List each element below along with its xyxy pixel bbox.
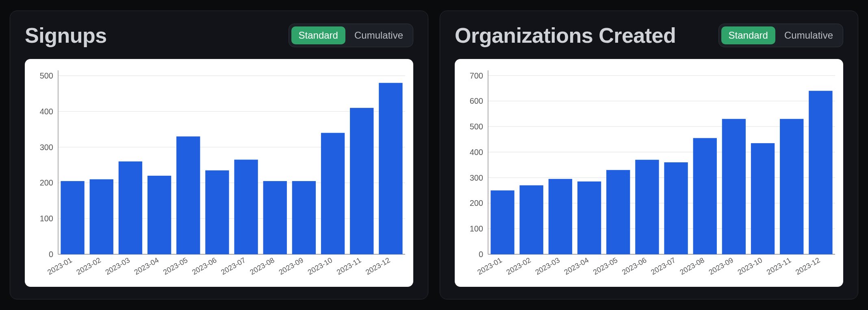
y-tick-label: 300 [40, 143, 53, 152]
bar [61, 181, 84, 254]
chart-svg: 01002003004005006007002023-012023-022023… [455, 59, 843, 287]
x-tick-label: 2023-10 [736, 256, 764, 276]
x-tick-label: 2023-07 [219, 256, 247, 276]
bar [722, 119, 746, 254]
x-tick-label: 2023-01 [476, 256, 503, 276]
bar [809, 91, 832, 254]
card-title: Signups [25, 23, 107, 48]
view-toggle: Standard Cumulative [718, 24, 843, 47]
y-tick-label: 200 [40, 178, 53, 187]
x-tick-label: 2023-05 [162, 256, 189, 276]
x-tick-label: 2023-06 [191, 256, 218, 276]
x-tick-label: 2023-09 [707, 256, 735, 276]
bar [693, 138, 717, 254]
x-tick-label: 2023-05 [592, 256, 619, 276]
y-tick-label: 400 [40, 107, 53, 116]
card-title: Organizations Created [455, 23, 676, 48]
bar [119, 162, 142, 254]
y-tick-label: 700 [470, 71, 483, 80]
y-tick-label: 0 [479, 250, 483, 259]
x-tick-label: 2023-06 [621, 256, 648, 276]
orgs-card: Organizations Created Standard Cumulativ… [440, 11, 858, 299]
bar [780, 119, 803, 254]
x-tick-label: 2023-10 [306, 256, 334, 276]
x-tick-label: 2023-01 [46, 256, 73, 276]
bar [292, 181, 316, 254]
y-tick-label: 500 [470, 122, 483, 131]
x-tick-label: 2023-03 [534, 256, 561, 276]
toggle-cumulative-button[interactable]: Cumulative [777, 26, 840, 44]
card-header: Organizations Created Standard Cumulativ… [455, 23, 843, 48]
bar [205, 170, 229, 254]
x-tick-label: 2023-12 [794, 256, 821, 276]
bar [176, 136, 200, 254]
bar [549, 179, 572, 254]
y-tick-label: 600 [470, 96, 483, 105]
card-header: Signups Standard Cumulative [25, 23, 413, 48]
y-tick-label: 200 [470, 199, 483, 207]
toggle-standard-button[interactable]: Standard [291, 26, 345, 44]
bar [234, 159, 258, 254]
bar [263, 181, 287, 254]
bar [635, 160, 659, 254]
y-tick-label: 500 [40, 71, 53, 80]
signups-chart: 01002003004005002023-012023-022023-03202… [25, 59, 413, 287]
view-toggle: Standard Cumulative [289, 24, 413, 47]
dashboard-page: Signups Standard Cumulative 010020030040… [0, 0, 868, 310]
bar [664, 162, 688, 254]
x-tick-label: 2023-08 [679, 256, 706, 276]
x-tick-label: 2023-08 [249, 256, 276, 276]
y-tick-label: 0 [49, 250, 53, 259]
bar [350, 108, 373, 254]
x-tick-label: 2023-11 [335, 256, 362, 276]
y-tick-label: 100 [40, 214, 53, 223]
orgs-chart: 01002003004005006007002023-012023-022023… [455, 59, 843, 287]
bar [321, 133, 345, 254]
bar [379, 83, 402, 254]
chart-svg: 01002003004005002023-012023-022023-03202… [25, 59, 413, 287]
bar [606, 170, 630, 254]
x-tick-label: 2023-12 [364, 256, 391, 276]
x-tick-label: 2023-02 [75, 256, 102, 276]
x-tick-label: 2023-04 [563, 256, 590, 276]
toggle-standard-button[interactable]: Standard [721, 26, 775, 44]
signups-card: Signups Standard Cumulative 010020030040… [10, 11, 428, 299]
y-tick-label: 300 [470, 173, 483, 182]
y-tick-label: 400 [470, 148, 483, 157]
x-tick-label: 2023-11 [765, 256, 792, 276]
toggle-cumulative-button[interactable]: Cumulative [347, 26, 410, 44]
bar [490, 190, 514, 254]
bar [751, 143, 775, 254]
x-tick-label: 2023-07 [649, 256, 677, 276]
bar [577, 181, 601, 254]
bar [520, 186, 543, 255]
x-tick-label: 2023-02 [505, 256, 532, 276]
x-tick-label: 2023-09 [278, 256, 305, 276]
y-tick-label: 100 [470, 224, 483, 233]
x-tick-label: 2023-04 [133, 256, 160, 276]
bar [148, 176, 171, 254]
bar [90, 179, 113, 254]
x-tick-label: 2023-03 [104, 256, 131, 276]
